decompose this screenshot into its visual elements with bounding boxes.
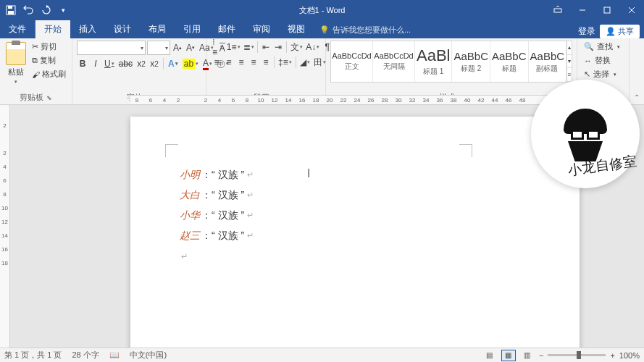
align-center-icon[interactable]: ≡ [223, 56, 235, 69]
clipboard-launcher-icon[interactable]: ⬊ [46, 94, 52, 101]
style-item[interactable]: AaBbCcDd无间隔 [373, 41, 415, 82]
word-count[interactable]: 28 个字 [72, 350, 99, 361]
style-item[interactable]: AaBbCcDd正文 [331, 41, 373, 82]
replace-icon: ↔ [584, 56, 592, 65]
distributed-icon[interactable]: ≡ [260, 56, 272, 69]
document-line[interactable]: 大白：“ 汉族 ”↵ [180, 185, 254, 205]
font-size-select[interactable] [147, 41, 170, 55]
page-count[interactable]: 第 1 页，共 1 页 [4, 350, 62, 361]
increase-indent-icon[interactable]: ⇥ [272, 41, 284, 54]
print-layout-icon[interactable]: ▦ [501, 350, 516, 361]
style-name: 副标题 [536, 64, 558, 74]
strikethrough-icon[interactable]: abc [117, 57, 134, 70]
logo-face-icon [560, 109, 611, 159]
italic-icon[interactable]: I [90, 57, 101, 70]
line-rest: ：“ 汉族 ” [201, 164, 244, 185]
underline-icon[interactable]: U [103, 57, 116, 70]
line-rest: ：“ 汉族 ” [201, 225, 244, 245]
minimize-icon[interactable] [570, 0, 595, 20]
text-effects-icon[interactable]: A [167, 57, 180, 70]
copy-label: 复制 [40, 55, 56, 66]
select-button[interactable]: ↖选择▾ [582, 68, 622, 80]
select-label: 选择 [593, 69, 609, 80]
shading-icon[interactable]: ◢ [298, 56, 311, 69]
paragraph-mark-icon: ↵ [247, 187, 254, 203]
maximize-icon[interactable] [595, 0, 619, 20]
tab-view[interactable]: 视图 [279, 20, 314, 38]
tell-me-search[interactable]: 💡 告诉我您想要做什么... [314, 22, 417, 38]
zoom-level[interactable]: 100% [619, 351, 640, 360]
save-icon[interactable] [3, 2, 19, 18]
cut-button[interactable]: ✂剪切 [30, 41, 67, 53]
zoom-slider[interactable] [548, 354, 606, 356]
style-preview: AaBbC [492, 50, 527, 62]
bullets-icon[interactable]: ⁝≡ [211, 41, 225, 54]
grow-font-icon[interactable]: A▴ [172, 41, 183, 54]
replace-button[interactable]: ↔替换 [582, 54, 622, 67]
document-line[interactable]: 赵三：“ 汉族 ”↵ [180, 225, 254, 245]
shrink-font-icon[interactable]: A▾ [185, 41, 196, 54]
web-layout-icon[interactable]: ▥ [520, 350, 535, 361]
decrease-indent-icon[interactable]: ⇤ [260, 41, 272, 54]
document-page[interactable]: 小明：“ 汉族 ”↵大白：“ 汉族 ”↵小华：“ 汉族 ”↵赵三：“ 汉族 ”↵… [130, 117, 580, 362]
tab-references[interactable]: 引用 [175, 20, 209, 38]
find-button[interactable]: 🔍查找▾ [582, 41, 622, 53]
style-item[interactable]: AaBbC标题 2 [452, 41, 490, 82]
numbering-icon[interactable]: 1≡ [225, 41, 241, 54]
styles-more-icon[interactable]: ≡ [567, 68, 572, 82]
document-line[interactable]: 小明：“ 汉族 ”↵ [180, 164, 254, 185]
style-item[interactable]: AaBbC副标题 [529, 41, 567, 82]
justify-icon[interactable]: ≡ [248, 56, 259, 69]
bulb-icon: 💡 [319, 25, 330, 35]
spellcheck-icon[interactable]: 📖 [109, 350, 120, 360]
format-painter-button[interactable]: 🖌格式刷 [30, 68, 67, 80]
bold-icon[interactable]: B [77, 57, 88, 70]
line-spacing-icon[interactable]: ‡≡ [277, 56, 293, 69]
language-status[interactable]: 中文(中国) [130, 350, 167, 361]
search-icon: 🔍 [584, 42, 594, 51]
styles-gallery: AaBbCcDd正文AaBbCcDd无间隔AaBl标题 1AaBbC标题 2Aa… [330, 41, 572, 83]
styles-down-icon[interactable]: ▾ [567, 55, 572, 69]
login-link[interactable]: 登录 [578, 25, 595, 38]
close-icon[interactable] [619, 0, 644, 20]
read-mode-icon[interactable]: ▤ [482, 350, 497, 361]
style-item[interactable]: AaBl标题 1 [415, 41, 452, 82]
superscript-icon[interactable]: x2 [149, 57, 160, 70]
cut-label: 剪切 [41, 41, 57, 52]
styles-up-icon[interactable]: ▴ [567, 41, 572, 55]
style-item[interactable]: AaBbC标题 [490, 41, 529, 82]
borders-icon[interactable]: 田 [312, 56, 327, 69]
document-content[interactable]: 小明：“ 汉族 ”↵大白：“ 汉族 ”↵小华：“ 汉族 ”↵赵三：“ 汉族 ”↵… [180, 164, 254, 266]
ribbon-options-icon[interactable] [545, 0, 570, 20]
tab-design[interactable]: 设计 [105, 20, 140, 38]
zoom-in-button[interactable]: + [610, 351, 614, 360]
tab-file[interactable]: 文件 [0, 20, 35, 38]
zoom-out-button[interactable]: − [539, 351, 543, 360]
document-line[interactable]: 小华：“ 汉族 ”↵ [180, 205, 254, 225]
collapse-ribbon-icon[interactable]: ⌃ [634, 93, 640, 101]
line-name: 赵三 [180, 225, 200, 245]
align-right-icon[interactable]: ≡ [235, 56, 247, 69]
tab-home[interactable]: 开始 [35, 20, 70, 38]
highlight-icon[interactable]: ab [181, 57, 200, 70]
paste-button[interactable]: 粘贴 ▾ [4, 41, 28, 86]
style-name: 无间隔 [383, 62, 405, 72]
horizontal-ruler[interactable]: 8642246810121416182022242628303234363840… [130, 95, 608, 105]
subscript-icon[interactable]: x2 [135, 57, 147, 70]
tab-mailings[interactable]: 邮件 [209, 20, 244, 38]
redo-icon[interactable] [38, 2, 54, 18]
copy-button[interactable]: ⧉复制 [30, 54, 67, 67]
undo-icon[interactable] [20, 2, 36, 18]
share-button[interactable]: 👤 共享 [600, 25, 640, 38]
vertical-ruler[interactable]: 224681012141618 [0, 105, 10, 348]
tab-insert[interactable]: 插入 [70, 20, 105, 38]
font-name-select[interactable] [77, 41, 146, 55]
svg-rect-2 [8, 11, 14, 14]
tab-layout[interactable]: 布局 [140, 20, 175, 38]
sort-icon[interactable]: A↓ [305, 41, 321, 54]
multilevel-list-icon[interactable]: ≣ [242, 41, 255, 54]
asian-layout-icon[interactable]: 文 [289, 41, 304, 54]
align-left-icon[interactable]: ≡ [211, 56, 222, 69]
qat-dropdown-icon[interactable]: ▾ [55, 2, 71, 18]
tab-review[interactable]: 审阅 [244, 20, 279, 38]
